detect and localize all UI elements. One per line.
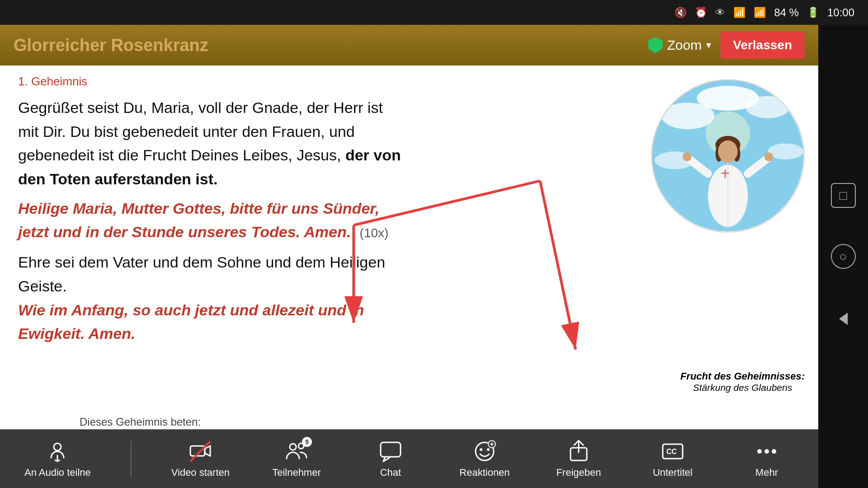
svg-line-27 [190,441,210,461]
bottom-item-cc[interactable]: CC Untertitel [646,440,700,479]
svg-rect-30 [381,442,401,457]
ere-text: Ehre sei dem Vater und dem Sohne und dem… [18,250,407,298]
cc-icon: CC [661,440,684,463]
back-button[interactable]: ◀ [835,305,852,330]
content-area: 1. Geheimnis Gegrüßet seist Du, Maria, v… [0,66,818,429]
svg-point-15 [683,152,692,161]
bottom-item-chat[interactable]: Chat [363,440,418,479]
wifi-icon: 📶 [733,7,745,19]
video-label: Video starten [171,467,230,479]
signal-icon: 📶 [754,7,766,19]
bottom-bar: An Audio teilne Video starten [0,429,818,488]
svg-point-16 [764,152,774,161]
participants-badge: 9 [302,437,312,447]
app-area: Glorreicher Rosenkranz Zoom ▾ Verlassen … [0,25,818,488]
reactions-label: Reaktionen [459,467,509,479]
svg-point-41 [764,449,769,454]
prayer-orange-text: Heilige Maria, Mutter Gottes, bitte für … [18,200,379,241]
eye-icon: 👁 [715,7,725,19]
mute-icon: 🔇 [675,7,687,19]
app-header: Glorreicher Rosenkranz Zoom ▾ Verlassen [0,25,818,66]
participants-label: Teilnehmer [272,467,321,479]
more-label: Mehr [755,467,778,479]
svg-point-42 [772,449,776,454]
svg-point-33 [487,448,490,451]
circle-button[interactable]: ○ [831,244,856,269]
share-icon [567,440,590,463]
participants-icon: 9 [285,440,308,463]
prayer-part1: Gegrüßet seist Du, Maria, voll der Gnade… [18,99,383,164]
svg-point-28 [290,444,296,450]
verlassen-button[interactable]: Verlassen [720,32,805,59]
ere-part1: Ehre sei dem Vater und dem Sohne und dem… [18,253,385,295]
frucht-title: Frucht des Geheimnisses: [680,371,805,382]
bottom-item-audio[interactable]: An Audio teilne [24,440,91,479]
status-bar: 🔇 ⏰ 👁 📶 📶 84 % 🔋 10:00 [0,0,868,25]
svg-point-12 [718,141,737,163]
zoom-badge[interactable]: Zoom ▾ [648,37,712,53]
frucht-subtitle: Stärkung des Glaubens [680,382,805,393]
video-cross-icon [189,440,212,463]
alarm-icon: ⏰ [695,7,707,19]
bottom-item-share[interactable]: Freigeben [552,440,606,479]
right-sidebar: □ ○ ◀ [818,25,868,488]
zoom-shield-icon [648,37,663,53]
bottom-item-video[interactable]: Video starten [171,440,230,479]
svg-rect-19 [721,172,729,174]
chat-icon [379,440,402,463]
ere-text-orange: Wie im Anfang, so auch jetzt und allezei… [18,298,407,346]
svg-line-23 [540,181,576,349]
svg-point-32 [480,448,482,451]
svg-point-25 [54,443,61,450]
battery-text: 84 % [774,6,799,19]
cc-label: Untertitel [653,467,693,479]
square-button[interactable]: □ [831,183,856,208]
share-label: Freigeben [556,467,601,479]
audio-icon [46,440,69,463]
time-display: 10:00 [827,6,854,19]
svg-point-5 [768,143,803,159]
prayer-text-orange: Heilige Maria, Mutter Gottes, bitte für … [18,197,407,244]
reactions-icon [473,440,496,463]
svg-text:CC: CC [666,448,677,455]
bottom-item-more[interactable]: Mehr [740,440,794,479]
chevron-down-icon: ▾ [706,39,711,51]
divider-1 [131,441,132,477]
prayer-text: Gegrüßet seist Du, Maria, voll der Gnade… [18,96,407,191]
svg-point-3 [697,86,759,111]
tenx-label: (10x) [360,226,389,240]
more-icon [755,440,778,463]
zoom-label: Zoom [667,38,702,53]
bottom-item-participants[interactable]: 9 Teilnehmer [269,440,324,479]
bottom-item-reactions[interactable]: Reaktionen [458,440,512,479]
app-title: Glorreicher Rosenkranz [14,36,639,55]
frucht-text: Frucht des Geheimnisses: Stärkung des Gl… [680,371,805,393]
svg-point-40 [757,449,762,454]
battery-icon: 🔋 [807,7,819,19]
jesus-image [651,79,805,233]
chat-label: Chat [380,467,401,479]
dieses-text: Dieses Geheimnis beten: [77,415,203,429]
audio-label: An Audio teilne [24,467,91,479]
